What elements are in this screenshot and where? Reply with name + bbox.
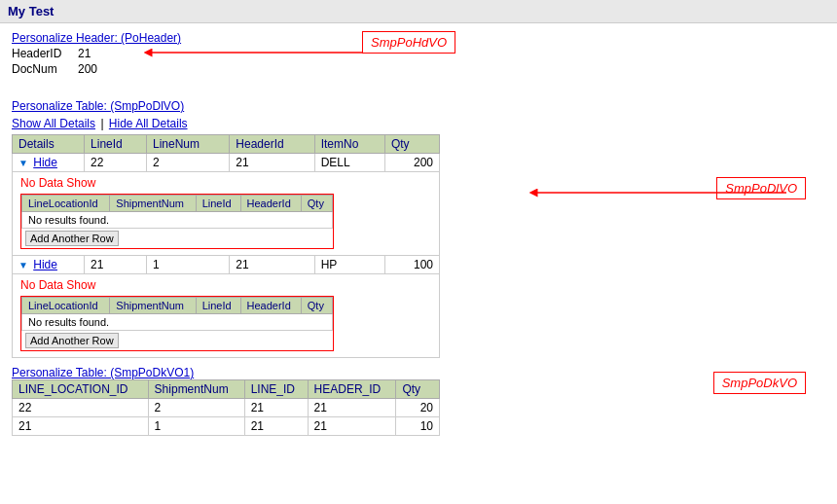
col-details: Details [13, 135, 85, 154]
page-title: My Test [8, 4, 54, 18]
bt-row2-col4: 21 [308, 417, 396, 436]
header-section: Personalize Header: (PoHeader) HeaderID … [12, 31, 825, 76]
bottom-table-header-row: LINE_LOCATION_ID ShipmentNum LINE_ID HEA… [13, 380, 440, 399]
docnum-row: DocNum 200 [12, 62, 825, 76]
inner-col-headerid-2: HeaderId [240, 298, 301, 314]
docnum-label: DocNum [12, 62, 70, 76]
inner-col-qty-1: Qty [301, 196, 332, 212]
qty-cell-1: 200 [384, 154, 439, 172]
add-row-btn-1[interactable]: Add Another Row [25, 231, 119, 246]
header-id-value: 21 [78, 47, 91, 60]
header-id-label: HeaderID [12, 47, 70, 60]
table-row: ▼ Hide 21 1 21 HP 100 [13, 256, 440, 274]
btcol-headerid: HEADER_ID [308, 380, 396, 399]
inner-table-wrapper-2: LineLocationId ShipmentNum LineId Header… [20, 296, 334, 351]
bt-row1-col5: 20 [396, 399, 440, 417]
triangle-icon-1: ▼ [18, 158, 28, 168]
inner-col-linelocationid-1: LineLocationId [22, 196, 110, 212]
inner-col-linelocationid-2: LineLocationId [22, 298, 110, 314]
col-lineid: LineId [85, 135, 147, 154]
show-all-details-link[interactable]: Show All Details [12, 117, 95, 130]
separator: | [100, 117, 106, 130]
personalize-table2-link[interactable]: Personalize Table: (SmpPoDkVO1) [12, 366, 194, 379]
inner-header-row-2: LineLocationId ShipmentNum LineId Header… [22, 298, 333, 314]
inner-no-results-2: No results found. [22, 314, 333, 331]
page-title-bar: My Test [0, 0, 837, 23]
qty-cell-2: 100 [384, 256, 439, 274]
btcol-qty: Qty [396, 380, 440, 399]
table-row: 21 1 21 21 10 [13, 417, 440, 436]
headerid-cell-1: 21 [230, 154, 314, 172]
inner-col-lineid-1: LineId [196, 196, 240, 212]
inner-table-2: LineLocationId ShipmentNum LineId Header… [21, 297, 333, 331]
docnum-value: 200 [78, 62, 97, 76]
table-row: ▼ Hide 22 2 21 DELL 200 [13, 154, 440, 172]
smp-po-hd-vo-label: SmpPoHdVO [362, 31, 455, 54]
bt-row2-col5: 10 [396, 417, 440, 436]
inner-no-results-row-2: No results found. [22, 314, 333, 331]
table2-section: Personalize Table: (SmpPoDkVO1) LINE_LOC… [12, 366, 825, 436]
inner-col-headerid-1: HeaderId [240, 196, 301, 212]
bt-row1-col1: 22 [13, 399, 149, 417]
inner-table-1: LineLocationId ShipmentNum LineId Header… [21, 195, 333, 229]
bt-row1-col3: 21 [244, 399, 308, 417]
col-itemno: ItemNo [314, 135, 384, 154]
bt-row2-col3: 21 [244, 417, 308, 436]
inner-table-wrapper-1: LineLocationId ShipmentNum LineId Header… [20, 194, 334, 249]
itemno-cell-2: HP [314, 256, 384, 274]
hide-link-1[interactable]: Hide [33, 156, 57, 169]
col-qty: Qty [384, 135, 439, 154]
show-hide-links: Show All Details | Hide All Details [12, 117, 825, 130]
personalize-table1-link[interactable]: Personalize Table: (SmpPoDlVO) [12, 99, 184, 113]
details-cell-1: ▼ Hide [13, 154, 85, 172]
details-cell-2: ▼ Hide [13, 256, 85, 274]
table-row: 22 2 21 21 20 [13, 399, 440, 417]
add-row-btn-2[interactable]: Add Another Row [25, 333, 119, 348]
btcol-shipmentnum: ShipmentNum [148, 380, 244, 399]
lineid-cell-2: 21 [85, 256, 147, 274]
inner-no-results-1: No results found. [22, 212, 333, 229]
inner-header-row-1: LineLocationId ShipmentNum LineId Header… [22, 196, 333, 212]
bt-row2-col1: 21 [13, 417, 149, 436]
inner-no-results-row-1: No results found. [22, 212, 333, 229]
itemno-cell-1: DELL [314, 154, 384, 172]
inner-col-qty-2: Qty [301, 298, 332, 314]
btcol-lineid: LINE_ID [244, 380, 308, 399]
bt-row1-col2: 2 [148, 399, 244, 417]
headerid-cell-2: 21 [230, 256, 314, 274]
col-headerid: HeaderId [230, 135, 314, 154]
inner-col-lineid-2: LineId [196, 298, 240, 314]
header-arrow [138, 41, 362, 70]
hide-all-details-link[interactable]: Hide All Details [109, 117, 188, 130]
btcol-linelocationid: LINE_LOCATION_ID [13, 380, 149, 399]
linenum-cell-1: 2 [146, 154, 229, 172]
inner-col-shipmentnum-2: ShipmentNum [110, 298, 196, 314]
dl-vo-arrow [533, 185, 806, 204]
main-table-header-row: Details LineId LineNum HeaderId ItemNo Q… [13, 135, 440, 154]
no-data-show-2: No Data Show [20, 278, 435, 292]
main-table: Details LineId LineNum HeaderId ItemNo Q… [12, 134, 440, 358]
hide-link-2[interactable]: Hide [33, 258, 57, 271]
no-data-show-1: No Data Show [20, 176, 435, 190]
bt-row1-col4: 21 [308, 399, 396, 417]
inner-col-shipmentnum-1: ShipmentNum [110, 196, 196, 212]
bottom-table: LINE_LOCATION_ID ShipmentNum LINE_ID HEA… [12, 379, 440, 436]
table1-section: Personalize Table: (SmpPoDlVO) Show All … [12, 99, 825, 358]
linenum-cell-2: 1 [146, 256, 229, 274]
bt-row2-col2: 1 [148, 417, 244, 436]
triangle-icon-2: ▼ [18, 260, 28, 270]
lineid-cell-1: 22 [85, 154, 147, 172]
detail-row-1: No Data Show LineLocationId ShipmentNum … [13, 172, 440, 256]
smp-po-dk-vo-label: SmpPoDkVO [713, 372, 806, 394]
detail-row-2: No Data Show LineLocationId ShipmentNum … [13, 274, 440, 358]
col-linenum: LineNum [146, 135, 229, 154]
